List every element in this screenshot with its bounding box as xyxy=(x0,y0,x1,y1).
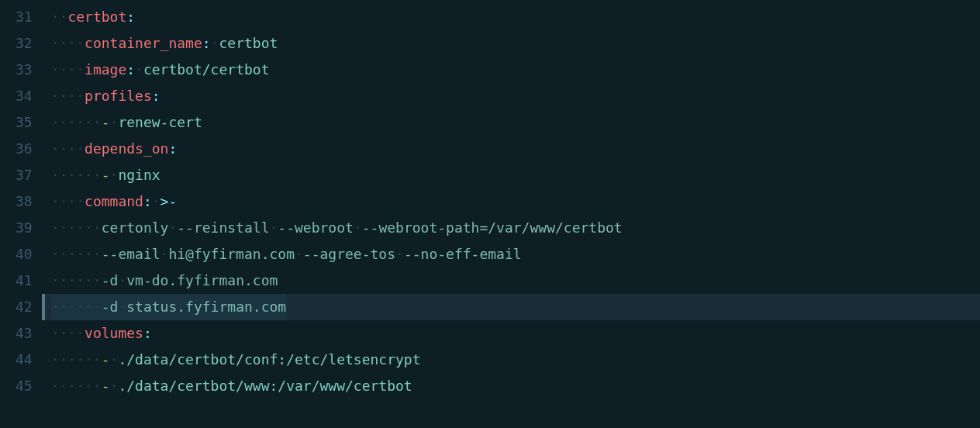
dash: - xyxy=(102,114,110,130)
colon: : xyxy=(202,35,211,51)
command-text: hi@fyfirman.com xyxy=(168,246,295,262)
command-text: --email xyxy=(102,246,160,262)
space-dot: · xyxy=(110,351,119,368)
line-number: 32 xyxy=(16,30,33,57)
line-number: 44 xyxy=(16,347,33,373)
colon: : xyxy=(152,88,160,104)
code-line-active[interactable]: ······-d·status.fyfirman.com xyxy=(42,294,980,320)
line-number: 34 xyxy=(16,83,33,109)
code-line[interactable]: ····depends_on: xyxy=(42,136,980,162)
yaml-value: ./data/certbot/conf:/etc/letsencrypt xyxy=(118,351,420,368)
line-number: 39 xyxy=(16,215,33,241)
code-line[interactable]: ····command:·>- xyxy=(42,188,980,215)
code-line[interactable]: ····image:·certbot/certbot xyxy=(42,57,980,83)
indent-dots: ···· xyxy=(51,35,85,51)
indent-dots: ···· xyxy=(51,140,85,157)
space-dot: · xyxy=(118,299,126,315)
code-line[interactable]: ······--email·hi@fyfirman.com·--agree-to… xyxy=(42,241,980,268)
space-dot: · xyxy=(118,272,126,288)
yaml-value: certbot/certbot xyxy=(143,61,270,78)
space-dot: · xyxy=(110,114,119,130)
line-number: 35 xyxy=(16,109,33,136)
yaml-key: container_name xyxy=(85,35,202,51)
command-text: --agree-tos xyxy=(303,246,395,262)
indent-dots: ······ xyxy=(51,351,102,368)
code-line[interactable]: ····profiles: xyxy=(42,83,980,109)
yaml-key: image xyxy=(85,61,126,78)
space-dot: · xyxy=(354,219,362,236)
line-number: 41 xyxy=(16,268,33,294)
code-line[interactable]: ······certonly·--reinstall·--webroot·--w… xyxy=(42,215,980,241)
colon: : xyxy=(168,140,177,157)
line-number: 33 xyxy=(16,57,33,83)
indent-dots: ······ xyxy=(51,299,102,315)
space-dot: · xyxy=(211,35,219,51)
space-dot: · xyxy=(168,219,177,236)
command-text: certonly xyxy=(102,219,169,236)
space-dot: · xyxy=(160,246,169,262)
indent-dots: ···· xyxy=(51,325,85,341)
indent-dots: ······ xyxy=(51,114,102,130)
yaml-key: volumes xyxy=(85,325,143,341)
indent-dots: ···· xyxy=(51,193,85,209)
code-editor[interactable]: 31 32 33 34 35 36 37 38 39 40 41 42 43 4… xyxy=(0,0,980,428)
indent-dots: ······ xyxy=(51,246,102,262)
line-number: 45 xyxy=(16,373,33,399)
command-text: -d xyxy=(102,299,119,315)
yaml-key: certbot xyxy=(67,9,126,25)
line-number: 43 xyxy=(16,320,33,347)
line-number: 38 xyxy=(16,188,33,215)
yaml-value: ./data/certbot/www:/var/www/certbot xyxy=(118,378,412,394)
command-text: --webroot xyxy=(278,219,354,236)
indent-dots: ······ xyxy=(51,378,102,394)
code-line[interactable]: ······-·nginx xyxy=(42,162,980,188)
code-line[interactable]: ····volumes: xyxy=(42,320,980,347)
command-text: status.fyfirman.com xyxy=(126,299,286,315)
yaml-key: profiles xyxy=(85,88,152,104)
command-text: vm-do.fyfirman.com xyxy=(126,272,278,288)
code-line[interactable]: ······-·./data/certbot/conf:/etc/letsenc… xyxy=(42,347,980,373)
space-dot: · xyxy=(135,61,143,78)
yaml-key: depends_on xyxy=(85,140,168,157)
command-text: --webroot-path=/var/www/certbot xyxy=(362,219,623,236)
space-dot: · xyxy=(395,246,404,262)
indent-dots: ······ xyxy=(51,272,102,288)
yaml-value: certbot xyxy=(219,35,278,51)
line-number: 31 xyxy=(16,4,33,30)
line-number: 37 xyxy=(16,162,33,188)
line-number: 40 xyxy=(16,241,33,268)
dash: - xyxy=(102,351,110,368)
indent-dots: ·· xyxy=(51,9,68,25)
code-line[interactable]: ······-·./data/certbot/www:/var/www/cert… xyxy=(42,373,980,399)
colon: : xyxy=(126,61,135,78)
line-number-gutter: 31 32 33 34 35 36 37 38 39 40 41 42 43 4… xyxy=(0,0,42,428)
space-dot: · xyxy=(269,219,278,236)
yaml-value: renew-cert xyxy=(118,114,202,130)
indent-dots: ···· xyxy=(51,88,85,104)
indent-dots: ···· xyxy=(51,61,85,78)
command-text: --no-eff-email xyxy=(404,246,522,262)
colon: : xyxy=(143,193,152,209)
command-text: -d xyxy=(102,272,119,288)
space-dot: · xyxy=(110,167,119,183)
line-number: 42 xyxy=(16,294,33,320)
colon: : xyxy=(126,9,135,25)
yaml-value: nginx xyxy=(118,167,160,183)
dash: - xyxy=(102,378,110,394)
colon: : xyxy=(143,325,152,341)
code-line[interactable]: ······-·renew-cert xyxy=(42,109,980,136)
line-number: 36 xyxy=(16,136,33,162)
block-scalar: >- xyxy=(160,193,178,209)
code-line[interactable]: ··certbot: xyxy=(42,4,980,30)
space-dot: · xyxy=(295,246,303,262)
dash: - xyxy=(102,167,110,183)
code-line[interactable]: ······-d·vm-do.fyfirman.com xyxy=(42,268,980,294)
indent-dots: ······ xyxy=(51,219,102,236)
code-line[interactable]: ····container_name:·certbot xyxy=(42,30,980,57)
space-dot: · xyxy=(152,193,160,209)
indent-dots: ······ xyxy=(51,167,102,183)
command-text: --reinstall xyxy=(177,219,269,236)
yaml-key: command xyxy=(85,193,143,209)
space-dot: · xyxy=(110,378,119,394)
code-area[interactable]: ··certbot: ····container_name:·certbot ·… xyxy=(42,0,980,428)
